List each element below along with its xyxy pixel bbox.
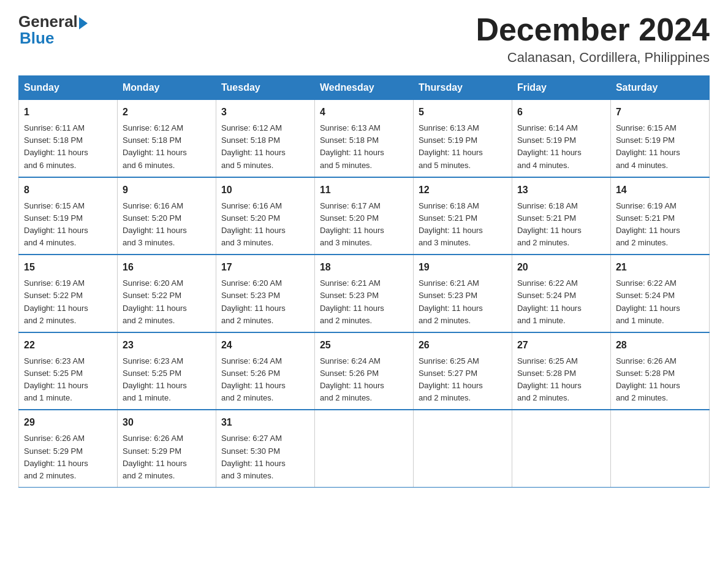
calendar-cell: 20 Sunrise: 6:22 AMSunset: 5:24 PMDaylig… xyxy=(512,255,610,332)
day-info: Sunrise: 6:15 AMSunset: 5:19 PMDaylight:… xyxy=(24,201,88,247)
day-info: Sunrise: 6:21 AMSunset: 5:23 PMDaylight:… xyxy=(320,278,384,324)
day-info: Sunrise: 6:19 AMSunset: 5:21 PMDaylight:… xyxy=(616,201,680,247)
day-number: 26 xyxy=(419,338,507,353)
calendar-cell: 24 Sunrise: 6:24 AMSunset: 5:26 PMDaylig… xyxy=(216,332,314,410)
calendar-cell: 9 Sunrise: 6:16 AMSunset: 5:20 PMDayligh… xyxy=(117,177,216,255)
day-info: Sunrise: 6:12 AMSunset: 5:18 PMDaylight:… xyxy=(123,123,187,169)
calendar-cell: 13 Sunrise: 6:18 AMSunset: 5:21 PMDaylig… xyxy=(512,177,610,255)
day-info: Sunrise: 6:12 AMSunset: 5:18 PMDaylight:… xyxy=(221,123,286,169)
logo-arrow-icon xyxy=(79,17,88,29)
day-info: Sunrise: 6:25 AMSunset: 5:28 PMDaylight:… xyxy=(517,356,582,402)
day-info: Sunrise: 6:18 AMSunset: 5:21 PMDaylight:… xyxy=(517,201,582,247)
day-info: Sunrise: 6:22 AMSunset: 5:24 PMDaylight:… xyxy=(517,278,582,324)
calendar-cell: 19 Sunrise: 6:21 AMSunset: 5:23 PMDaylig… xyxy=(413,255,512,332)
day-info: Sunrise: 6:16 AMSunset: 5:20 PMDaylight:… xyxy=(221,201,286,247)
calendar-cell xyxy=(413,410,512,487)
calendar-cell: 28 Sunrise: 6:26 AMSunset: 5:28 PMDaylig… xyxy=(610,332,709,410)
day-number: 15 xyxy=(24,260,112,275)
day-number: 23 xyxy=(123,338,211,353)
day-info: Sunrise: 6:14 AMSunset: 5:19 PMDaylight:… xyxy=(517,123,582,169)
day-info: Sunrise: 6:26 AMSunset: 5:29 PMDaylight:… xyxy=(123,434,187,480)
calendar-cell: 7 Sunrise: 6:15 AMSunset: 5:19 PMDayligh… xyxy=(610,100,709,177)
day-info: Sunrise: 6:20 AMSunset: 5:23 PMDaylight:… xyxy=(221,278,286,324)
day-info: Sunrise: 6:27 AMSunset: 5:30 PMDaylight:… xyxy=(221,434,286,480)
calendar-cell: 22 Sunrise: 6:23 AMSunset: 5:25 PMDaylig… xyxy=(19,332,118,410)
calendar-cell xyxy=(314,410,413,487)
day-info: Sunrise: 6:11 AMSunset: 5:18 PMDaylight:… xyxy=(24,123,88,169)
calendar-cell: 8 Sunrise: 6:15 AMSunset: 5:19 PMDayligh… xyxy=(19,177,118,255)
day-info: Sunrise: 6:20 AMSunset: 5:22 PMDaylight:… xyxy=(123,278,187,324)
day-number: 19 xyxy=(419,260,507,275)
day-number: 2 xyxy=(123,105,211,120)
calendar-cell xyxy=(610,410,709,487)
day-number: 27 xyxy=(517,338,605,353)
day-number: 13 xyxy=(517,183,605,197)
page-header: General Blue December 2024 Calanasan, Co… xyxy=(18,12,710,66)
day-number: 21 xyxy=(616,260,704,275)
calendar-week-row: 15 Sunrise: 6:19 AMSunset: 5:22 PMDaylig… xyxy=(19,255,710,332)
day-of-week-header: Thursday xyxy=(413,76,512,100)
logo: General Blue xyxy=(18,12,88,48)
day-info: Sunrise: 6:17 AMSunset: 5:20 PMDaylight:… xyxy=(320,201,384,247)
day-info: Sunrise: 6:26 AMSunset: 5:28 PMDaylight:… xyxy=(616,356,680,402)
day-of-week-header: Sunday xyxy=(19,76,118,100)
calendar-cell: 10 Sunrise: 6:16 AMSunset: 5:20 PMDaylig… xyxy=(216,177,314,255)
day-number: 8 xyxy=(24,183,112,197)
calendar-cell: 23 Sunrise: 6:23 AMSunset: 5:25 PMDaylig… xyxy=(117,332,216,410)
calendar-week-row: 29 Sunrise: 6:26 AMSunset: 5:29 PMDaylig… xyxy=(19,410,710,487)
title-section: December 2024 Calanasan, Cordillera, Phi… xyxy=(476,12,710,66)
calendar-cell: 14 Sunrise: 6:19 AMSunset: 5:21 PMDaylig… xyxy=(610,177,709,255)
calendar-table: SundayMondayTuesdayWednesdayThursdayFrid… xyxy=(18,75,710,488)
day-number: 25 xyxy=(320,338,408,353)
day-number: 14 xyxy=(616,183,704,197)
day-number: 24 xyxy=(221,338,309,353)
day-number: 1 xyxy=(24,105,112,120)
calendar-week-row: 22 Sunrise: 6:23 AMSunset: 5:25 PMDaylig… xyxy=(19,332,710,410)
day-info: Sunrise: 6:21 AMSunset: 5:23 PMDaylight:… xyxy=(419,278,483,324)
day-number: 28 xyxy=(616,338,704,353)
day-number: 20 xyxy=(517,260,605,275)
day-number: 4 xyxy=(320,105,408,120)
calendar-cell: 2 Sunrise: 6:12 AMSunset: 5:18 PMDayligh… xyxy=(117,100,216,177)
location-title: Calanasan, Cordillera, Philippines xyxy=(476,50,710,66)
calendar-cell: 29 Sunrise: 6:26 AMSunset: 5:29 PMDaylig… xyxy=(19,410,118,487)
day-of-week-header: Friday xyxy=(512,76,610,100)
calendar-cell: 6 Sunrise: 6:14 AMSunset: 5:19 PMDayligh… xyxy=(512,100,610,177)
day-of-week-header: Tuesday xyxy=(216,76,314,100)
calendar-cell: 5 Sunrise: 6:13 AMSunset: 5:19 PMDayligh… xyxy=(413,100,512,177)
calendar-cell: 16 Sunrise: 6:20 AMSunset: 5:22 PMDaylig… xyxy=(117,255,216,332)
calendar-cell xyxy=(512,410,610,487)
day-number: 6 xyxy=(517,105,605,120)
day-number: 16 xyxy=(123,260,211,275)
day-info: Sunrise: 6:18 AMSunset: 5:21 PMDaylight:… xyxy=(419,201,483,247)
calendar-cell: 21 Sunrise: 6:22 AMSunset: 5:24 PMDaylig… xyxy=(610,255,709,332)
day-number: 29 xyxy=(24,415,112,430)
day-number: 18 xyxy=(320,260,408,275)
month-title: December 2024 xyxy=(476,12,710,47)
day-info: Sunrise: 6:22 AMSunset: 5:24 PMDaylight:… xyxy=(616,278,680,324)
calendar-cell: 31 Sunrise: 6:27 AMSunset: 5:30 PMDaylig… xyxy=(216,410,314,487)
calendar-header-row: SundayMondayTuesdayWednesdayThursdayFrid… xyxy=(19,76,710,100)
calendar-week-row: 8 Sunrise: 6:15 AMSunset: 5:19 PMDayligh… xyxy=(19,177,710,255)
day-number: 30 xyxy=(123,415,211,430)
day-number: 12 xyxy=(419,183,507,197)
day-number: 3 xyxy=(221,105,309,120)
day-number: 11 xyxy=(320,183,408,197)
day-info: Sunrise: 6:24 AMSunset: 5:26 PMDaylight:… xyxy=(221,356,286,402)
calendar-cell: 3 Sunrise: 6:12 AMSunset: 5:18 PMDayligh… xyxy=(216,100,314,177)
day-info: Sunrise: 6:16 AMSunset: 5:20 PMDaylight:… xyxy=(123,201,187,247)
day-of-week-header: Saturday xyxy=(610,76,709,100)
day-info: Sunrise: 6:23 AMSunset: 5:25 PMDaylight:… xyxy=(24,356,88,402)
calendar-cell: 30 Sunrise: 6:26 AMSunset: 5:29 PMDaylig… xyxy=(117,410,216,487)
day-info: Sunrise: 6:15 AMSunset: 5:19 PMDaylight:… xyxy=(616,123,680,169)
calendar-week-row: 1 Sunrise: 6:11 AMSunset: 5:18 PMDayligh… xyxy=(19,100,710,177)
day-number: 17 xyxy=(221,260,309,275)
day-number: 22 xyxy=(24,338,112,353)
day-of-week-header: Wednesday xyxy=(314,76,413,100)
day-number: 7 xyxy=(616,105,704,120)
day-info: Sunrise: 6:26 AMSunset: 5:29 PMDaylight:… xyxy=(24,434,88,480)
calendar-cell: 1 Sunrise: 6:11 AMSunset: 5:18 PMDayligh… xyxy=(19,100,118,177)
calendar-cell: 27 Sunrise: 6:25 AMSunset: 5:28 PMDaylig… xyxy=(512,332,610,410)
calendar-cell: 25 Sunrise: 6:24 AMSunset: 5:26 PMDaylig… xyxy=(314,332,413,410)
calendar-cell: 4 Sunrise: 6:13 AMSunset: 5:18 PMDayligh… xyxy=(314,100,413,177)
